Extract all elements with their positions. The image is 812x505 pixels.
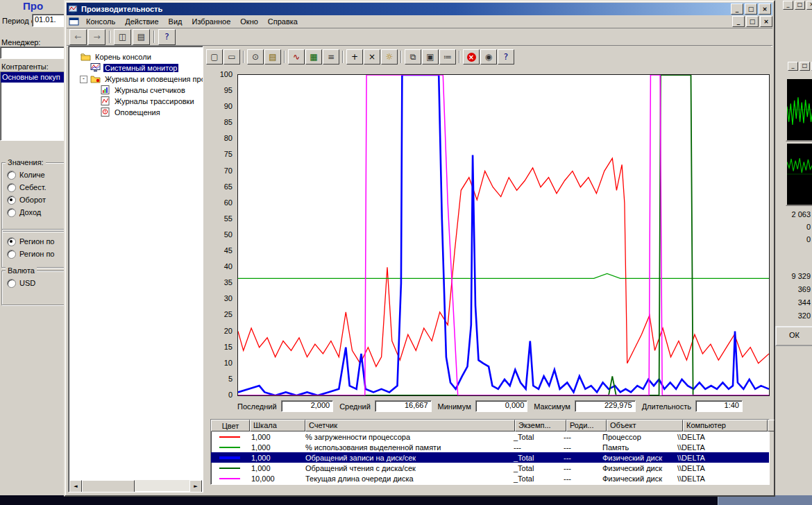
maximize-button[interactable]: □ [745, 3, 757, 15]
counter-color-swatch [219, 436, 240, 438]
y-tick: 25 [203, 310, 234, 318]
close-button[interactable]: × [759, 3, 771, 15]
collapse-icon[interactable]: - [80, 76, 87, 83]
forward-button[interactable]: → [88, 29, 105, 45]
view-histogram-button[interactable]: ▦ [305, 49, 322, 65]
legend-header-cell[interactable]: Объект [607, 420, 683, 431]
legend-header-cell[interactable]: Счетчик [305, 420, 515, 431]
contractors-label: Контрагенты: [1, 62, 49, 71]
values-radio-list: КоличеСебест.ОборотДоход [2, 169, 67, 219]
tree-horizontal-scrollbar[interactable]: ◄ ► [69, 480, 202, 491]
radio-option[interactable]: Регион по [2, 235, 67, 248]
delete-counter-icon: × [369, 53, 375, 61]
properties-button[interactable]: ≔ [439, 49, 456, 65]
manager-field[interactable] [0, 46, 69, 59]
menu-item-Окно[interactable]: Окно [235, 16, 263, 27]
tree-item[interactable]: Корень консоли [69, 51, 203, 62]
background-window-title: Про [23, 0, 43, 12]
legend-row[interactable]: 1,000Обращений чтения с диска/сек_Total-… [211, 463, 769, 473]
help-button[interactable]: ? [158, 29, 176, 45]
legend-cell: % загруженности процессора [303, 433, 511, 441]
tree-item[interactable]: Оповещения [69, 107, 203, 118]
close-button[interactable]: × [806, 1, 812, 10]
legend-cell: _Total [511, 464, 561, 472]
value-readout: 344 [772, 296, 811, 309]
radio-option[interactable]: Оборот [2, 194, 67, 206]
legend-color-cell [211, 447, 248, 448]
legend-row[interactable]: 1,000% загруженности процессора_Total---… [211, 431, 769, 442]
tree-item[interactable]: Журналы трассировки [69, 96, 203, 107]
radio-option[interactable]: Регион по [2, 248, 67, 260]
view-report-button[interactable]: ≡ [323, 49, 339, 65]
mdi-maximize-button[interactable]: □ [746, 16, 759, 27]
delete-counter-button[interactable]: × [364, 49, 380, 65]
view-graph-button[interactable]: ∿ [288, 49, 305, 65]
maximize-button[interactable]: □ [800, 62, 810, 71]
copy-properties-button[interactable]: ⧉ [405, 49, 421, 65]
scrollbar-thumb[interactable] [82, 480, 135, 493]
legend-header-cell[interactable]: Шкала [250, 420, 305, 431]
contractors-listbox[interactable]: Основные покуп [0, 71, 69, 141]
mdi-minimize-button[interactable]: _ [732, 16, 745, 27]
legend-header-cell[interactable]: Роди... [566, 420, 607, 431]
back-icon: ← [74, 32, 81, 42]
radio-label: Количе [19, 171, 45, 179]
legend-header-cell[interactable]: Экземп... [515, 420, 566, 431]
minimize-button[interactable]: _ [783, 1, 793, 10]
add-counters-button[interactable]: + [346, 49, 363, 65]
help-icon: ? [164, 32, 169, 42]
export-list-button[interactable]: ▤ [133, 29, 150, 45]
legend-row[interactable]: 1,000Обращений записи на диск/сек_Total-… [211, 452, 769, 463]
view-current-activity-button[interactable]: ⊙ [247, 49, 264, 65]
console-tree-pane[interactable]: Корень консолиСистемный монитор-Журналы … [68, 46, 203, 493]
tree-item[interactable]: -Журналы и оповещения про [69, 74, 203, 85]
paste-counter-list-button[interactable]: ▣ [422, 49, 439, 65]
maximize-button[interactable]: □ [795, 1, 805, 10]
list-item[interactable]: Основные покуп [1, 72, 68, 83]
performance-window: Производительность _□× КонсольДействиеВи… [64, 0, 775, 497]
taskbar-segment[interactable] [718, 495, 812, 505]
clear-display-button[interactable]: ▭ [223, 49, 240, 65]
menu-item-Консоль[interactable]: Консоль [81, 16, 120, 27]
counter-color-swatch [219, 447, 240, 448]
menu-item-Справка[interactable]: Справка [263, 16, 303, 27]
tree-item[interactable]: Системный монитор [69, 62, 203, 74]
sysmon-toolbar: ▢▭⊙▤∿▦≡+×☼⧉▣≔×◉? [206, 49, 768, 65]
legend-header-cell[interactable]: Компьютер [683, 420, 768, 431]
radio-option[interactable]: USD [2, 277, 67, 289]
highlight-button[interactable]: ☼ [381, 49, 398, 65]
scroll-left-button[interactable]: ◄ [69, 480, 82, 493]
menu-item-Избранное[interactable]: Избранное [187, 16, 236, 27]
minimize-button[interactable]: _ [788, 62, 798, 71]
update-data-button[interactable]: ◉ [480, 49, 497, 65]
freeze-display-button[interactable]: × [463, 49, 480, 65]
tree-item[interactable]: Журналы счетчиков [69, 85, 203, 96]
radio-option[interactable]: Себест. [2, 181, 67, 194]
values-group-label: Значения: [6, 158, 46, 166]
view-log-data-icon: ▤ [269, 53, 276, 61]
mdi-close-button[interactable]: × [760, 16, 772, 27]
back-button[interactable]: ← [69, 29, 87, 45]
legend-row[interactable]: 10,000Текущая длина очереди диска_Total-… [211, 473, 769, 483]
menu-item-Действие[interactable]: Действие [120, 16, 163, 27]
legend-header-cell[interactable]: Цвет [211, 420, 250, 431]
title-bar[interactable]: Производительность _□× [67, 3, 772, 15]
scrollbar-track[interactable] [82, 480, 189, 491]
menu-bar: КонсольДействиеВидИзбранноеОкноСправка _… [67, 15, 772, 28]
help-button[interactable]: ? [498, 49, 514, 65]
paste-counter-list-icon: ▣ [426, 53, 434, 61]
radio-option[interactable]: Доход [2, 206, 67, 219]
menu-item-Вид[interactable]: Вид [164, 16, 187, 27]
show-hide-tree-button[interactable]: ◫ [114, 29, 131, 45]
new-counter-set-button[interactable]: ▢ [206, 49, 223, 65]
radio-option[interactable]: Количе [2, 169, 67, 181]
view-report-icon: ≡ [328, 53, 335, 61]
legend-row[interactable]: 1,000% использования выделенной памяти--… [211, 442, 769, 452]
minimize-button[interactable]: _ [731, 3, 743, 15]
scroll-right-button[interactable]: ► [189, 480, 202, 493]
y-tick: 75 [203, 150, 234, 158]
view-log-data-button[interactable]: ▤ [264, 49, 281, 65]
ok-button[interactable]: ОК [775, 326, 812, 346]
system-monitor-pane: ▢▭⊙▤∿▦≡+×☼⧉▣≔×◉? 10095908580757065605550… [203, 46, 771, 491]
console-window-icon-svg [69, 19, 79, 27]
